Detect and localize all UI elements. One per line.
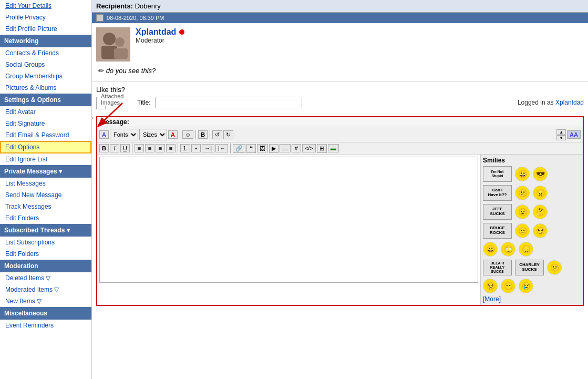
font-icon-button[interactable]: A — [99, 130, 109, 139]
insert-image-button[interactable]: 🖼 — [257, 144, 268, 152]
sidebar-item-deleted-items[interactable]: Deleted Items ▽ — [0, 272, 91, 284]
sidebar-item-list-messages[interactable]: List Messages — [0, 178, 91, 189]
editor-body: Smilies I'm NotStupid 😀 😎 Can IHave It?? — [97, 155, 583, 305]
smiley-cool[interactable]: 😎 — [533, 167, 548, 181]
attached-images-label: Attached Images — [100, 93, 125, 106]
insert-video-button[interactable]: ▶ — [269, 144, 278, 153]
post-area: Xplantdad Moderator ✏ do you see this? — [92, 23, 588, 81]
sidebar-item-list-subscriptions[interactable]: List Subscriptions — [0, 237, 91, 248]
user-title: Moderator — [136, 37, 184, 44]
separator-2 — [195, 130, 196, 139]
indent-button[interactable]: →| — [202, 144, 214, 152]
table-button[interactable]: ⊞ — [317, 144, 327, 153]
eraser-button[interactable]: ▬ — [328, 144, 339, 152]
sidebar-item-edit-ignore-list[interactable]: Edit Ignore List — [0, 153, 91, 165]
message-textarea[interactable] — [99, 157, 478, 283]
sidebar-item-edit-avatar[interactable]: Edit Avatar — [0, 106, 91, 118]
smiley-happy[interactable]: 😀 — [515, 167, 530, 181]
insert-link-button[interactable]: 🔗 — [233, 144, 245, 153]
sidebar-item-edit-email-password[interactable]: Edit Email & Password — [0, 129, 91, 141]
ordered-list-button[interactable]: 1. — [180, 144, 190, 152]
sidebar-item-edit-signature[interactable]: Edit Signature — [0, 118, 91, 129]
more-smilies-link[interactable]: [More] — [483, 295, 581, 303]
align-justify-button[interactable]: ≡ — [166, 144, 176, 152]
smiley-angry[interactable]: 😠 — [533, 186, 548, 200]
username-link[interactable]: Xplantdad — [136, 27, 176, 37]
sidebar-item-edit-profile-picture[interactable]: Edit Profile Picture — [0, 23, 91, 35]
font-size-aa-button[interactable]: AA — [567, 130, 581, 139]
redo-button[interactable]: ↻ — [223, 130, 233, 139]
sidebar-item-pictures-albums[interactable]: Pictures & Albums — [0, 82, 91, 94]
sidebar-item-edit-options[interactable]: Edit Options — [0, 141, 91, 153]
sidebar-item-track-messages[interactable]: Track Messages — [0, 201, 91, 212]
smiley-row-7: 😒 😶 😢 — [483, 279, 581, 293]
smiley-sad[interactable]: 😟 — [515, 204, 530, 219]
code-button[interactable]: </> — [302, 144, 316, 152]
align-right-button[interactable]: ≡ — [156, 144, 165, 152]
sidebar-item-contacts-friends[interactable]: Contacts & Friends — [0, 47, 91, 59]
title-input[interactable] — [155, 97, 302, 108]
smiley-sign-bruce[interactable]: BRUCEROCKS — [483, 223, 512, 239]
outdent-button[interactable]: |← — [215, 144, 228, 152]
sidebar-item-edit-folders[interactable]: Edit Folders — [0, 212, 91, 224]
sidebar-item-social-groups[interactable]: Social Groups — [0, 59, 91, 70]
post-header: Xplantdad Moderator — [96, 27, 584, 62]
title-label: Title: — [137, 99, 151, 106]
logged-in-info: Logged in as Xplantdad — [518, 99, 584, 106]
smiley-confused[interactable]: 😕 — [515, 186, 530, 200]
font-select[interactable]: Fonts — [110, 129, 138, 140]
smiley-disappointed[interactable]: 😞 — [519, 242, 533, 257]
editor-toolbar-row1: A Fonts Sizes A ☺ B ↺ ↻ — [97, 127, 583, 142]
avatar-image — [96, 27, 130, 62]
title-row: Title: Logged in as Xplantdad — [137, 97, 584, 108]
smiley-sign-jeff[interactable]: JEFFSUCKS — [483, 204, 512, 220]
font-color-button[interactable]: A — [168, 130, 178, 139]
smiley-row-5: 😀 🙄 😞 — [483, 242, 581, 257]
undo-button[interactable]: ↺ — [212, 130, 222, 139]
smiley-row-1: I'm NotStupid 😀 😎 — [483, 166, 581, 182]
post-edit-icon: ✏ — [98, 67, 104, 75]
scroll-down-button[interactable]: ▼ — [556, 135, 566, 140]
recipients-label: Recipients: — [96, 2, 133, 10]
smiley-button[interactable]: ☺ — [182, 130, 193, 139]
smiley-unamused[interactable]: 😒 — [483, 279, 498, 293]
size-select[interactable]: Sizes — [139, 129, 167, 140]
sidebar-item-profile-privacy[interactable]: Profile Privacy — [0, 12, 91, 23]
smiley-sign-can-i[interactable]: Can IHave It?? — [483, 185, 512, 201]
svg-point-3 — [115, 37, 125, 47]
sidebar-item-moderated-items[interactable]: Moderated Items ▽ — [0, 284, 91, 295]
smiley-grin[interactable]: 😀 — [483, 242, 498, 257]
underline-button[interactable]: U — [120, 144, 130, 152]
sidebar-item-new-items[interactable]: New Items ▽ — [0, 295, 91, 307]
sidebar-item-send-new-message[interactable]: Send New Message — [0, 189, 91, 201]
smiley-blank[interactable]: 😶 — [501, 279, 515, 293]
smiley-row-2: Can IHave It?? 😕 😠 — [483, 185, 581, 201]
smiley-sign-charley[interactable]: CHARLEYSUCKS — [515, 260, 544, 275]
smiley-hmm[interactable]: 😕 — [547, 260, 562, 275]
smiley-cry[interactable]: 😢 — [519, 279, 533, 293]
smiley-think[interactable]: 🤔 — [533, 204, 548, 219]
align-left-button[interactable]: ≡ — [135, 144, 144, 152]
insert-quote-button[interactable]: ❝ — [246, 144, 256, 153]
online-status-dot — [179, 29, 184, 35]
smiley-smirk[interactable]: 😏 — [533, 223, 548, 238]
bold-b-button[interactable]: B — [99, 144, 109, 152]
smiley-sign-belair[interactable]: BELAIRREALLY SUCKS — [483, 260, 512, 275]
italic-button[interactable]: I — [110, 144, 119, 152]
section-moderation: Moderation — [0, 260, 91, 272]
separator-3 — [210, 130, 210, 139]
smiley-eyeroll[interactable]: 🙄 — [501, 242, 515, 257]
align-center-button[interactable]: ≡ — [145, 144, 154, 152]
sidebar-item-group-memberships[interactable]: Group Memberships — [0, 70, 91, 82]
smiley-neutral[interactable]: 😐 — [515, 223, 530, 238]
scroll-up-button[interactable]: ▲ — [556, 129, 566, 135]
more-options-button[interactable]: … — [280, 144, 291, 152]
smiley-sign-stupid[interactable]: I'm NotStupid — [483, 166, 512, 182]
unordered-list-button[interactable]: • — [191, 144, 201, 152]
hash-button[interactable]: # — [292, 144, 301, 152]
sidebar-item-edit-your-details[interactable]: Edit Your Details — [0, 0, 91, 12]
logged-in-user-link[interactable]: Xplantdad — [555, 99, 584, 106]
sidebar-item-event-reminders[interactable]: Event Reminders — [0, 320, 91, 331]
bold-button[interactable]: B — [198, 130, 208, 139]
sidebar-item-edit-folders-2[interactable]: Edit Folders — [0, 248, 91, 260]
